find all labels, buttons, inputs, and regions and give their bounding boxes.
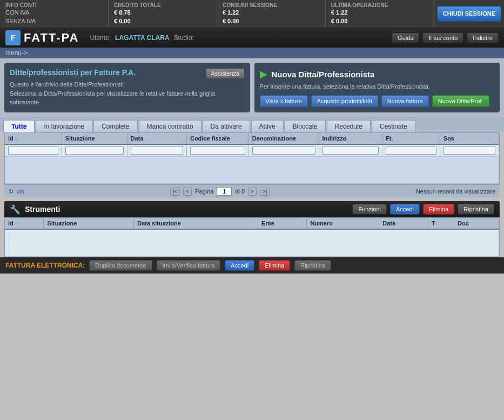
right-panel: ▶ Nuova Ditta/Professionista Per inserir… (254, 63, 500, 112)
menu-bar[interactable]: menu-> (0, 48, 504, 58)
pagina-label: Pagina (195, 188, 213, 195)
menu-label[interactable]: menu-> (5, 49, 28, 57)
nuova-fattura-button[interactable]: Nuova fattura (381, 95, 429, 107)
col-header-denominazione[interactable]: Denominazione (248, 133, 319, 144)
tab-cestinate[interactable]: Cestinate (372, 120, 415, 132)
col-filter-1 (62, 144, 127, 157)
tab-bloccate[interactable]: Bloccate (285, 120, 326, 132)
guida-button[interactable]: Guida (392, 32, 419, 43)
strumenti-accedi-button[interactable]: Accedi (390, 204, 420, 215)
left-panel-desc2: Seleziona la Ditta/Professionista per vi… (10, 89, 245, 107)
col-header-sos[interactable]: Sos (440, 133, 499, 144)
filter-input-3[interactable] (190, 146, 245, 155)
refresh-icon[interactable]: ↻ (9, 188, 14, 195)
chiudi-sessione-button[interactable]: CHIUDI SESSIONE (437, 6, 501, 21)
col-header-id[interactable]: id (5, 133, 62, 144)
tab-attive[interactable]: Attive (251, 120, 284, 132)
second-col-header-situazione[interactable]: Situazione (44, 218, 134, 229)
second-grid-header-row: idSituazioneData situazioneEnteNumeroDat… (5, 218, 499, 229)
bottom-ripristina-button[interactable]: Ripristina (294, 260, 331, 271)
nuova-ditta-button[interactable]: Nuova Ditta/Prof. (432, 95, 489, 107)
filter-input-5[interactable] (322, 146, 379, 155)
con-iva-ultima-row: € 1.22 (331, 8, 428, 17)
strumenti-elimina-button[interactable]: Elimina (423, 204, 454, 215)
invia-verifica-button[interactable]: Invia/Verifica fattura (157, 260, 221, 271)
second-grid-table: idSituazioneData situazioneEnteNumeroDat… (5, 218, 499, 257)
senza-iva-row: SENZA IVA (5, 17, 103, 25)
credito-section: Credito totale € 8.78 € 0.00 (109, 0, 217, 28)
main-content: Assistenza Ditte/professionisti per Fatt… (0, 58, 504, 117)
funzioni-button[interactable]: Funzioni (352, 204, 387, 215)
col-header-ft.[interactable]: Ft. (382, 133, 440, 144)
second-col-header-t[interactable]: T (428, 218, 454, 229)
bottom-accedi-button[interactable]: Accedi (225, 260, 254, 271)
col-filter-2 (127, 144, 186, 157)
filter-input-0[interactable] (8, 146, 58, 155)
tab-complete[interactable]: Complete (93, 120, 137, 132)
second-grid-container: idSituazioneData situazioneEnteNumeroDat… (4, 217, 500, 257)
tab-manca-contratto[interactable]: Manca contratto (139, 120, 201, 132)
col-header-situazione[interactable]: Situazione (62, 133, 127, 144)
tab-in-lavorazione[interactable]: In lavorazione (36, 120, 92, 132)
right-panel-header: ▶ Nuova Ditta/Professionista (260, 68, 495, 80)
second-col-header-numero[interactable]: Numero (307, 218, 379, 229)
ultima-label: Ultima operazione (331, 2, 428, 8)
tab-tutte[interactable]: Tutte (3, 120, 35, 132)
indietro-button[interactable]: Indietro (467, 32, 499, 43)
tab-recedute[interactable]: Recedute (327, 120, 371, 132)
assistenza-button[interactable]: Assistenza (206, 68, 244, 79)
grid-empty-cell (5, 157, 499, 184)
col-header-indirizzo[interactable]: Indirizzo (319, 133, 382, 144)
strumenti-ripristina-button[interactable]: Ripristina (458, 204, 494, 215)
app-title: FATT-PA (24, 31, 79, 45)
no-record-label: Nessun record da visualizzare (416, 188, 495, 195)
filter-input-6[interactable] (386, 146, 436, 155)
grid-filter-row (5, 144, 499, 157)
filter-input-1[interactable] (65, 146, 124, 155)
con-iva-credito-row: € 8.78 (114, 8, 211, 17)
col-filter-7 (440, 144, 499, 157)
con-iva-consumi-row: € 1.22 (223, 8, 320, 17)
senza-iva-ultima: € 0.00 (331, 18, 348, 24)
senza-iva-credito-row: € 0.00 (114, 17, 211, 25)
page-input[interactable] (217, 187, 232, 196)
filter-input-7[interactable] (443, 146, 495, 155)
xls-link[interactable]: xls (17, 188, 24, 195)
utente-label: Utente: (90, 34, 111, 42)
filter-input-4[interactable] (252, 146, 315, 155)
main-grid-table: idSituazioneDataCodice fiscaleDenominazi… (5, 133, 499, 184)
pagination-bar: ↻ xls |< < Pagina di 0 > >| Nessun recor… (4, 184, 500, 198)
acquisto-prodotti-button[interactable]: Acquisto prodotti/lotti (311, 95, 378, 107)
fattura-label: FATTURA ELETTRONICA: (5, 262, 85, 269)
studio-label: Studio: (174, 34, 194, 42)
col-filter-4 (248, 144, 319, 157)
strumenti-header: 🔧 Strumenti Funzioni Accedi Elimina Ripr… (4, 201, 500, 217)
bottom-elimina-button[interactable]: Elimina (259, 260, 290, 271)
next-page-button[interactable]: > (248, 188, 257, 196)
last-page-button[interactable]: >| (260, 188, 270, 196)
senza-iva-credito: € 0.00 (114, 18, 131, 24)
header-nav: Guida Il tuo conto Indietro (392, 32, 499, 43)
second-col-header-id[interactable]: id (5, 218, 44, 229)
top-bar: INFO CONTI CON IVA SENZA IVA Credito tot… (0, 0, 504, 28)
con-iva-credito: € 8.78 (114, 9, 131, 16)
col-filter-0 (5, 144, 62, 157)
grid-header-row: idSituazioneDataCodice fiscaleDenominazi… (5, 133, 499, 144)
col-header-codice-fiscale[interactable]: Codice fiscale (186, 133, 248, 144)
right-panel-desc: Per inserire una fattura, seleziona la r… (260, 83, 495, 90)
second-col-header-ente[interactable]: Ente (258, 218, 307, 229)
second-col-header-data-situazione[interactable]: Data situazione (134, 218, 258, 229)
il-tuo-conto-button[interactable]: Il tuo conto (422, 32, 463, 43)
tab-da-attivare[interactable]: Da attivare (203, 120, 250, 132)
second-col-header-doc[interactable]: Doc (454, 218, 499, 229)
credito-label: Credito totale (114, 2, 211, 8)
senza-iva-consumi-row: € 0.00 (223, 17, 320, 25)
prev-page-button[interactable]: < (183, 188, 192, 196)
col-header-data[interactable]: Data (127, 133, 186, 144)
vista-fatture-button[interactable]: Vista x fatture (260, 95, 308, 107)
first-page-button[interactable]: |< (170, 188, 180, 196)
duplica-button[interactable]: Duplica documento (89, 260, 152, 271)
filter-input-2[interactable] (131, 146, 183, 155)
second-col-header-data[interactable]: Data (379, 218, 428, 229)
second-grid-empty-cell (5, 229, 499, 256)
